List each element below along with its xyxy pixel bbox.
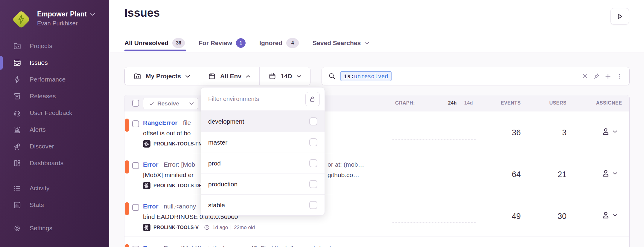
- create-saved-search-button[interactable]: [605, 73, 611, 80]
- issue-culprit-overflow: or at: (mob…: [328, 161, 364, 168]
- date-range-label: 14D: [281, 73, 292, 80]
- electron-platform-icon: [143, 140, 150, 148]
- pin-search-button[interactable]: [593, 73, 600, 79]
- page-filter-bar: My Projects All Env 14D: [124, 67, 310, 85]
- electron-platform-icon: [143, 224, 150, 231]
- assignee-selector[interactable]: [590, 127, 628, 136]
- tab-ignored[interactable]: Ignored 4: [259, 38, 299, 48]
- issue-checkbox[interactable]: [132, 162, 139, 169]
- issue-row: Error null.<anony bind EADDRINUSE 0.0.0.…: [124, 195, 629, 237]
- user-icon: [601, 127, 610, 136]
- assignee-selector[interactable]: [590, 211, 628, 220]
- env-option-label: prod: [208, 160, 221, 167]
- users-count: 30: [531, 212, 567, 221]
- plus-icon: [605, 73, 611, 80]
- issue-culprit: file: [183, 119, 191, 126]
- env-option-checkbox[interactable]: [309, 180, 317, 188]
- project-slug[interactable]: PROLINK-TOOLS-V: [153, 225, 199, 230]
- graph-range-14d[interactable]: 14d: [464, 100, 473, 106]
- sidebar-item-label: Settings: [30, 225, 52, 232]
- issue-title-link[interactable]: Error: [143, 161, 158, 168]
- org-switcher[interactable]: Empower Plant Evan Purkhiser: [0, 0, 109, 29]
- resolve-dropdown-button[interactable]: [185, 98, 198, 109]
- org-logo-icon: [12, 10, 31, 29]
- environment-filter-input[interactable]: [208, 96, 302, 102]
- environment-filter-button[interactable]: All Env: [199, 67, 259, 85]
- assignee-selector[interactable]: [590, 169, 628, 178]
- column-users: USERS: [531, 100, 567, 106]
- search-token-value: unresolved: [354, 73, 388, 79]
- graph-range-24h[interactable]: 24h: [448, 100, 457, 106]
- issue-title-link[interactable]: Error: [143, 203, 158, 210]
- issue-checkbox[interactable]: [132, 204, 139, 211]
- tab-for-review[interactable]: For Review 1: [199, 38, 246, 48]
- column-events: EVENTS: [483, 100, 521, 106]
- env-option-master[interactable]: master: [201, 132, 325, 153]
- select-all-checkbox[interactable]: [132, 100, 139, 107]
- date-range-button[interactable]: 14D: [259, 67, 310, 85]
- project-filter-button[interactable]: My Projects: [125, 67, 199, 85]
- env-option-development[interactable]: development: [201, 111, 325, 132]
- issue-checkbox[interactable]: [132, 120, 139, 127]
- env-option-checkbox[interactable]: [309, 159, 317, 167]
- sidebar-item-label: Discover: [30, 143, 54, 150]
- sidebar-item-label: Performance: [30, 76, 66, 83]
- issue-tabs: All Unresolved 36 For Review 1 Ignored 4…: [124, 37, 369, 49]
- sidebar-item-projects[interactable]: Projects: [0, 38, 109, 54]
- siren-icon: [13, 125, 22, 134]
- env-option-checkbox[interactable]: [309, 117, 317, 125]
- sidebar-item-performance[interactable]: Performance: [0, 71, 109, 88]
- tab-saved-searches[interactable]: Saved Searches: [313, 39, 369, 47]
- clock-icon: [204, 225, 210, 230]
- tab-label: All Unresolved: [124, 39, 168, 47]
- telescope-icon: [13, 142, 22, 151]
- clear-search-button[interactable]: [582, 73, 588, 79]
- tab-count-badge: 4: [286, 38, 299, 48]
- sidebar-item-alerts[interactable]: Alerts: [0, 121, 109, 138]
- project-slug[interactable]: PROLINK-TOOLS-FN: [153, 141, 202, 147]
- replay-button[interactable]: [610, 8, 629, 24]
- sidebar-item-discover[interactable]: Discover: [0, 138, 109, 155]
- sidebar-item-stats[interactable]: Stats: [0, 197, 109, 213]
- window-icon: [208, 73, 216, 80]
- env-option-prod[interactable]: prod: [201, 153, 325, 174]
- resolve-button[interactable]: Resolve: [143, 98, 185, 109]
- error-level-bar: [125, 160, 129, 174]
- issue-search-bar[interactable]: is:unresolved: [322, 67, 630, 85]
- sidebar-item-activity[interactable]: Activity: [0, 180, 109, 197]
- sidebar-item-label: Activity: [30, 185, 50, 192]
- project-slug[interactable]: PROLINK-TOOLS-DE: [153, 183, 202, 188]
- electron-platform-icon: [143, 182, 150, 189]
- org-name: Empower Plant: [37, 10, 87, 18]
- sidebar-item-settings[interactable]: Settings: [0, 220, 109, 237]
- project-filter-label: My Projects: [146, 73, 181, 80]
- search-options-button[interactable]: [616, 73, 623, 79]
- sidebar-item-dashboards[interactable]: Dashboards: [0, 155, 109, 171]
- issue-title-link[interactable]: Error: [143, 245, 158, 247]
- chevron-down-icon: [613, 172, 617, 175]
- lock-environments-button[interactable]: [305, 92, 320, 106]
- issue-row: RangeError file offset is out of bo PROL…: [124, 111, 629, 153]
- resolve-label: Resolve: [157, 100, 179, 107]
- sparkline-placeholder: [392, 181, 476, 181]
- last-seen: 1d ago: [212, 225, 228, 231]
- sidebar-item-label: Alerts: [30, 126, 46, 133]
- user-icon: [601, 169, 610, 178]
- tab-all-unresolved[interactable]: All Unresolved 36: [124, 38, 185, 48]
- env-option-checkbox[interactable]: [309, 201, 317, 209]
- error-level-bar: [125, 202, 129, 215]
- sidebar-item-user-feedback[interactable]: User Feedback: [0, 105, 109, 121]
- search-icon: [328, 73, 336, 80]
- sidebar-item-releases[interactable]: Releases: [0, 88, 109, 105]
- search-token[interactable]: is:unresolved: [340, 71, 392, 81]
- env-option-production[interactable]: production: [201, 174, 325, 194]
- issue-checkbox[interactable]: [132, 246, 139, 247]
- sidebar: Empower Plant Evan Purkhiser Projects Is…: [0, 0, 109, 247]
- sidebar-item-issues[interactable]: Issues: [0, 54, 109, 71]
- sidebar-nav: Projects Issues Performance Releases: [0, 38, 109, 237]
- chevron-down-icon: [189, 102, 194, 105]
- env-option-checkbox[interactable]: [309, 138, 317, 146]
- env-option-stable[interactable]: stable: [201, 194, 325, 215]
- issue-title-link[interactable]: RangeError: [143, 119, 178, 126]
- lightning-icon: [13, 75, 22, 84]
